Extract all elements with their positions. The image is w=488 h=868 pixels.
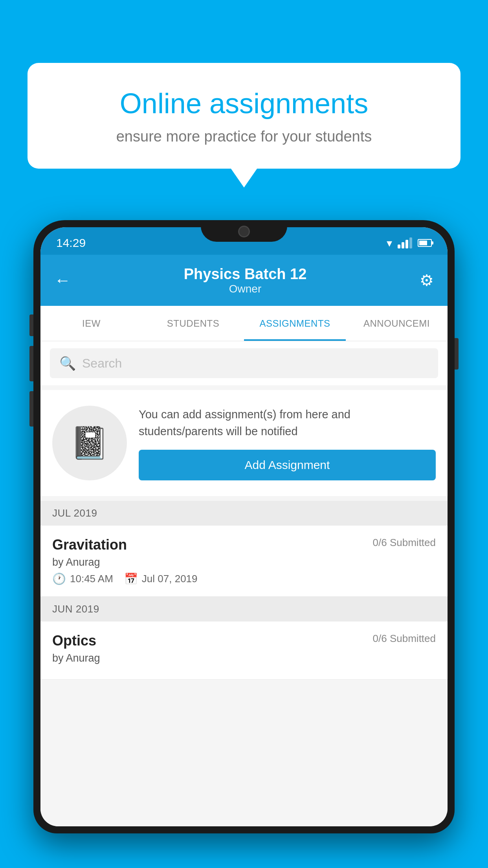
phone-volume-down xyxy=(29,391,33,427)
bubble-subtitle: ensure more practice for your students xyxy=(55,128,433,145)
tab-announcements[interactable]: ANNOUNCEMI xyxy=(346,306,448,341)
tabs-bar: IEW STUDENTS ASSIGNMENTS ANNOUNCEMI xyxy=(40,306,448,341)
search-container: 🔍 Search xyxy=(40,341,448,385)
assignment-top-row: Gravitation 0/6 Submitted xyxy=(52,537,436,553)
settings-button[interactable]: ⚙ xyxy=(420,271,434,289)
tab-assignments[interactable]: ASSIGNMENTS xyxy=(244,306,346,341)
tab-iew[interactable]: IEW xyxy=(40,306,142,341)
assignment-submitted: 0/6 Submitted xyxy=(373,537,436,549)
phone-power-button xyxy=(455,338,459,370)
assignment-meta: 🕐 10:45 AM 📅 Jul 07, 2019 xyxy=(52,572,436,585)
phone-outer: 14:29 ▾ xyxy=(33,220,455,833)
phone-volume-silent xyxy=(29,314,33,336)
app-bar: ← Physics Batch 12 Owner ⚙ xyxy=(40,255,448,306)
assignment-date: 📅 Jul 07, 2019 xyxy=(124,572,198,585)
phone-camera xyxy=(238,226,250,237)
status-time: 14:29 xyxy=(56,236,86,250)
phone-volume-up xyxy=(29,346,33,381)
battery-icon xyxy=(418,239,432,247)
assignment-top-row-optics: Optics 0/6 Submitted xyxy=(52,633,436,649)
phone-screen: 14:29 ▾ xyxy=(40,227,448,826)
search-input-wrapper[interactable]: 🔍 Search xyxy=(50,348,438,378)
assignment-name: Gravitation xyxy=(52,537,127,553)
assignment-by-optics: by Anurag xyxy=(52,652,436,664)
assignment-time: 🕐 10:45 AM xyxy=(52,572,113,585)
assignment-item-gravitation[interactable]: Gravitation 0/6 Submitted by Anurag 🕐 10… xyxy=(40,526,448,597)
assignment-icon-circle: 📓 xyxy=(52,406,127,480)
cta-description: You can add assignment(s) from here and … xyxy=(139,406,436,440)
status-icons: ▾ xyxy=(387,237,432,250)
speech-bubble: Online assignments ensure more practice … xyxy=(28,63,460,169)
assignment-by: by Anurag xyxy=(52,556,436,568)
phone-notch xyxy=(201,220,287,242)
bubble-title: Online assignments xyxy=(55,86,433,120)
assignment-name-optics: Optics xyxy=(52,633,96,649)
signal-icon xyxy=(398,237,412,248)
assignment-item-optics[interactable]: Optics 0/6 Submitted by Anurag xyxy=(40,622,448,680)
phone-container: 14:29 ▾ xyxy=(33,220,455,868)
app-bar-title: Physics Batch 12 xyxy=(184,266,307,283)
calendar-icon: 📅 xyxy=(124,572,138,585)
section-header-jul: JUL 2019 xyxy=(40,501,448,526)
clock-icon: 🕐 xyxy=(52,572,66,585)
back-button[interactable]: ← xyxy=(54,271,71,290)
section-header-jun: JUN 2019 xyxy=(40,597,448,622)
content-area: 🔍 Search 📓 You can add assignment(s) fro… xyxy=(40,341,448,826)
tab-students[interactable]: STUDENTS xyxy=(142,306,244,341)
assignment-submitted-optics: 0/6 Submitted xyxy=(373,633,436,645)
search-placeholder: Search xyxy=(82,356,122,371)
notebook-icon: 📓 xyxy=(70,425,109,462)
app-bar-title-group: Physics Batch 12 Owner xyxy=(184,266,307,295)
cta-content: You can add assignment(s) from here and … xyxy=(139,406,436,480)
add-assignment-button[interactable]: Add Assignment xyxy=(139,450,436,480)
wifi-icon: ▾ xyxy=(387,237,392,250)
app-bar-subtitle: Owner xyxy=(184,283,307,295)
search-icon: 🔍 xyxy=(59,355,76,371)
cta-card: 📓 You can add assignment(s) from here an… xyxy=(40,390,448,496)
speech-bubble-container: Online assignments ensure more practice … xyxy=(28,63,460,169)
